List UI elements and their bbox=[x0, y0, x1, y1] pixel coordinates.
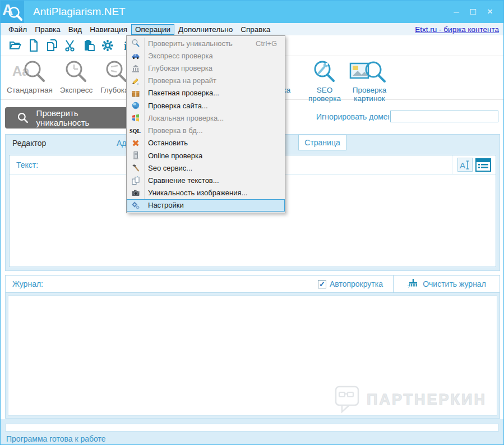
status-text: Программа готова к работе bbox=[6, 434, 106, 443]
menu-item-check-uniqueness[interactable]: Проверить уникальность Ctrl+G bbox=[127, 37, 285, 49]
minimize-button[interactable]: – bbox=[452, 6, 461, 17]
menu-item-stop[interactable]: Остановить bbox=[127, 137, 285, 149]
menu-item-rewrite-check[interactable]: Проверка на рерайт bbox=[127, 75, 285, 87]
menu-item-db-check[interactable]: SQL Проверка в бд... bbox=[127, 125, 285, 137]
journal-log-area: ПАРТНЕРКИН bbox=[8, 295, 497, 416]
header-separator bbox=[452, 155, 452, 174]
menu-item-site-check[interactable]: Проверка сайта... bbox=[127, 99, 285, 112]
menu-navigation[interactable]: Навигация bbox=[86, 24, 131, 35]
bank-icon bbox=[127, 64, 144, 73]
ribbon-label: проверка bbox=[299, 94, 350, 103]
watermark-bubble-icon bbox=[334, 385, 360, 414]
sql-icon: SQL bbox=[127, 126, 144, 135]
new-document-icon[interactable] bbox=[27, 39, 40, 52]
progress-bar bbox=[5, 424, 499, 432]
tab-editor[interactable]: Редактор bbox=[12, 139, 46, 148]
menu-item-online-check[interactable]: Online проверка bbox=[127, 149, 285, 162]
ribbon-label: Проверка bbox=[344, 86, 395, 94]
text-cursor-icon[interactable]: A bbox=[457, 158, 473, 172]
svg-text:A: A bbox=[460, 160, 465, 170]
pencil-icon bbox=[127, 76, 144, 85]
ignore-domains-input[interactable] bbox=[390, 111, 498, 122]
watermark-text: ПАРТНЕРКИН bbox=[367, 391, 487, 409]
settings-gear-icon[interactable] bbox=[101, 39, 114, 52]
globe-icon bbox=[127, 101, 144, 110]
title-bar: A AntiPlagiarism.NET – □ × bbox=[1, 1, 503, 23]
camera-icon bbox=[127, 189, 144, 198]
compare-texts-icon bbox=[127, 176, 144, 185]
bottom-strip: Программа готова к работе bbox=[1, 419, 503, 444]
magnifier-glyph bbox=[7, 6, 24, 22]
cut-icon[interactable] bbox=[64, 39, 77, 52]
broom-icon bbox=[407, 278, 418, 290]
ribbon-image-check-button[interactable]: Проверка картинок bbox=[344, 59, 395, 103]
menu-item-image-uniqueness[interactable]: Уникальность изображения... bbox=[127, 187, 285, 199]
seo-search-icon bbox=[299, 59, 350, 86]
text-label: Текст: bbox=[10, 160, 38, 169]
check-uniqueness-label: Проверить уникальность bbox=[36, 108, 132, 127]
menu-item-settings[interactable]: Настройки bbox=[127, 199, 285, 212]
ribbon-seo-check-button[interactable]: SEO проверка bbox=[299, 59, 350, 103]
tab-partial-addresses[interactable]: Ад bbox=[117, 139, 127, 148]
stop-cross-icon bbox=[127, 139, 144, 148]
svg-text:SQL: SQL bbox=[130, 128, 141, 134]
journal-label: Журнал: bbox=[6, 279, 43, 288]
menu-edit[interactable]: Правка bbox=[31, 24, 64, 35]
menu-bar: Файл Правка Вид Навигация Операции Допол… bbox=[1, 23, 503, 35]
check-uniqueness-button[interactable]: Проверить уникальность bbox=[5, 107, 132, 129]
autoscroll-checkbox[interactable]: ✓ bbox=[318, 280, 326, 288]
package-icon bbox=[127, 89, 144, 98]
tab-page[interactable]: Страница bbox=[298, 135, 346, 150]
car-icon bbox=[127, 51, 144, 60]
ribbon-standard-check-button[interactable]: Aa Стандартная bbox=[4, 59, 56, 94]
menu-view[interactable]: Вид bbox=[64, 24, 86, 35]
ignore-domains-label: Игнорировать домены: bbox=[316, 112, 400, 121]
ribbon-label: Стандартная bbox=[4, 86, 56, 94]
clear-journal-button[interactable]: Очистить журнал bbox=[393, 276, 500, 292]
windows-icon bbox=[127, 113, 144, 122]
etxt-link[interactable]: Etxt.ru - биржа контента bbox=[415, 25, 503, 34]
search-icon bbox=[17, 112, 29, 123]
operations-dropdown-menu: Проверить уникальность Ctrl+G Экспресс п… bbox=[126, 35, 285, 213]
clear-journal-label: Очистить журнал bbox=[423, 279, 486, 288]
journal-header: Журнал: ✓ Автопрокрутка Очистить журнал bbox=[6, 276, 500, 293]
svg-text:Aa: Aa bbox=[12, 63, 30, 79]
menu-item-compare-texts[interactable]: Сравнение текстов... bbox=[127, 174, 285, 186]
menu-file[interactable]: Файл bbox=[4, 24, 31, 35]
image-search-icon bbox=[344, 59, 395, 86]
menu-item-express-check[interactable]: Экспресс проверка bbox=[127, 49, 285, 62]
search-icon bbox=[127, 39, 144, 48]
menu-help[interactable]: Справка bbox=[237, 24, 274, 35]
autoscroll-label: Автопрокрутка bbox=[330, 279, 383, 288]
maximize-button[interactable]: □ bbox=[469, 6, 478, 17]
ribbon-label: SEO bbox=[299, 86, 350, 94]
watermark: ПАРТНЕРКИН bbox=[334, 385, 487, 414]
menu-item-deep-check[interactable]: Глубокая проверка bbox=[127, 62, 285, 74]
close-button[interactable]: × bbox=[485, 6, 494, 17]
gears-icon bbox=[127, 201, 144, 210]
copy-icon[interactable] bbox=[45, 39, 59, 52]
ribbon-label: картинок bbox=[344, 94, 395, 103]
journal-panel: Журнал: ✓ Автопрокрутка Очистить журнал … bbox=[5, 275, 500, 419]
menu-item-seo-service[interactable]: Seo сервис... bbox=[127, 162, 285, 174]
menu-operations[interactable]: Операции bbox=[131, 24, 174, 35]
menu-additional[interactable]: Дополнительно bbox=[174, 24, 237, 35]
window-controls: – □ × bbox=[452, 6, 503, 17]
open-folder-icon[interactable] bbox=[8, 39, 22, 52]
list-view-icon[interactable] bbox=[475, 158, 491, 172]
app-window: A AntiPlagiarism.NET – □ × Файл Правка В… bbox=[0, 0, 504, 445]
paste-icon[interactable] bbox=[82, 39, 96, 52]
autoscroll-toggle[interactable]: ✓ Автопрокрутка bbox=[318, 279, 383, 288]
window-title: AntiPlagiarism.NET bbox=[33, 6, 126, 18]
app-logo-icon: A bbox=[1, 1, 24, 23]
computer-icon bbox=[127, 151, 144, 160]
menu-item-batch-check[interactable]: Пакетная проверка... bbox=[127, 87, 285, 99]
menu-item-local-check[interactable]: Локальная проверка... bbox=[127, 112, 285, 124]
standard-search-icon: Aa bbox=[4, 59, 56, 86]
hammer-icon bbox=[127, 163, 144, 172]
